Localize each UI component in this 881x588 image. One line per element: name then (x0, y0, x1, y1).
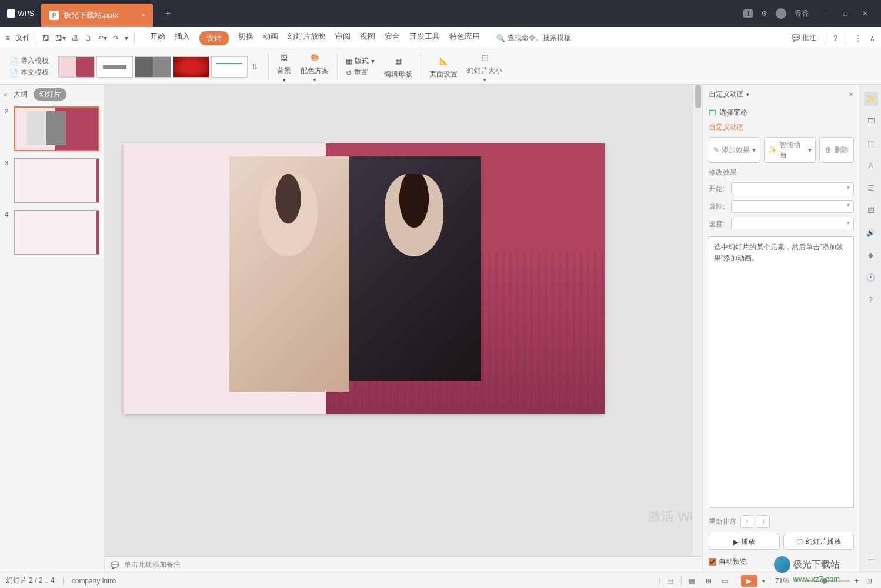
edit-master-button[interactable]: ▦ 编辑母版 (381, 54, 416, 79)
sorter-view-icon[interactable]: ⊞ (703, 575, 715, 587)
play-button[interactable]: ▶播放 (709, 534, 780, 550)
smart-animation-button[interactable]: ✨智能动画 ▾ (764, 137, 816, 163)
tab-transition[interactable]: 切换 (238, 31, 253, 45)
slides-tab[interactable]: 幻灯片 (34, 88, 66, 101)
tab-close-dot[interactable]: • (142, 11, 145, 20)
comments-button[interactable]: 💬 批注 (792, 33, 816, 43)
image-tool-icon[interactable]: 🖼 (864, 203, 878, 218)
print-preview-icon[interactable]: 🗋 (85, 34, 92, 42)
scrollbar-thumb[interactable] (695, 85, 701, 108)
font-tool-icon[interactable]: A (864, 159, 878, 173)
portrait-photo-1[interactable] (229, 156, 349, 392)
fit-view-icon[interactable]: ⊡ (863, 575, 875, 587)
template-thumb-3[interactable] (135, 56, 171, 78)
tool-icon-3[interactable]: ⬚ (864, 136, 878, 151)
slide-thumb-3[interactable]: 3 (5, 158, 99, 203)
reading-view-icon[interactable]: ▭ (719, 575, 731, 587)
slide-canvas[interactable]: 💬 单击此处添加备注 (105, 85, 702, 573)
maximize-button[interactable]: □ (837, 9, 855, 18)
minimize-button[interactable]: — (817, 9, 835, 18)
template-thumb-4[interactable] (173, 56, 209, 78)
app-logo[interactable]: WPS (0, 0, 41, 27)
zoom-in-icon[interactable]: + (855, 577, 859, 585)
color-scheme-button[interactable]: 🎨 配色方案▾ (297, 51, 332, 83)
settings-dots-icon[interactable]: ⋮ (855, 34, 862, 42)
auto-preview-input[interactable] (709, 558, 716, 566)
collapse-ribbon-icon[interactable]: ∧ (870, 34, 875, 42)
tab-devtools[interactable]: 开发工具 (409, 31, 440, 45)
tab-design[interactable]: 设计 (199, 31, 229, 45)
history-tool-icon[interactable]: 🕐 (864, 270, 878, 285)
layout-button[interactable]: ▦版式 ▾ (346, 56, 375, 66)
slide-content[interactable] (124, 143, 605, 414)
animation-tool-icon[interactable]: ✨ (864, 92, 878, 106)
print-icon[interactable]: 🖶 (72, 34, 79, 42)
tab-special[interactable]: 特色应用 (449, 31, 480, 45)
background-button[interactable]: 🖼 背景▾ (273, 51, 295, 83)
slideshow-button[interactable]: ▶ (741, 575, 757, 587)
tool-icon-2[interactable]: 🗔 (864, 114, 878, 128)
save-icon[interactable]: 🖫 (42, 34, 49, 42)
portrait-photo-2[interactable] (349, 156, 481, 381)
document-tab[interactable]: P 极光下载站.pptx • (41, 4, 153, 27)
slide-thumb-2[interactable]: 2 (5, 106, 99, 151)
panel-dropdown-icon[interactable]: ▾ (746, 92, 749, 98)
thumb-number: 4 (5, 210, 14, 255)
slide-size-button[interactable]: ⬚ 幻灯片大小▾ (463, 51, 506, 83)
speed-combo[interactable] (731, 218, 854, 230)
template-thumb-2[interactable] (96, 56, 133, 78)
redo-icon[interactable]: ↷ (113, 34, 119, 42)
tab-view[interactable]: 视图 (360, 31, 375, 45)
hamburger-icon[interactable]: ≡ (6, 34, 10, 42)
property-combo[interactable] (731, 200, 854, 213)
tool-icon-5[interactable]: ☰ (864, 181, 878, 195)
import-template-button[interactable]: 📄导入模板 (9, 56, 49, 66)
zoom-value[interactable]: 71% (775, 577, 789, 585)
tool-icon-8[interactable]: ◆ (864, 248, 878, 262)
more-icon[interactable]: ▾ (125, 34, 128, 42)
command-search[interactable]: 🔍 查找命令、搜索模板 (496, 33, 571, 43)
start-combo[interactable] (731, 182, 854, 195)
help-tool-icon[interactable]: ? (864, 293, 878, 307)
tab-slideshow[interactable]: 幻灯片放映 (288, 31, 326, 45)
vertical-scrollbar[interactable] (693, 85, 702, 573)
notes-bar[interactable]: 💬 单击此处添加备注 (105, 556, 702, 573)
notes-view-icon[interactable]: ▤ (665, 575, 676, 587)
slideshow-play-button[interactable]: 🖵幻灯片播放 (783, 534, 855, 550)
effect-list[interactable]: 选中幻灯片的某个元素，然后单击"添加效果"添加动画。 (709, 236, 854, 508)
move-up-button[interactable]: ↑ (740, 515, 753, 528)
help-icon[interactable]: ? (833, 34, 837, 42)
tab-review[interactable]: 审阅 (335, 31, 351, 45)
app-name: WPS (18, 9, 34, 18)
delete-button[interactable]: 🗑删除 (819, 137, 854, 163)
close-panel-icon[interactable]: ✕ (848, 91, 854, 99)
file-menu[interactable]: 文件 (16, 33, 30, 43)
this-template-button[interactable]: 📄本文模板 (9, 68, 49, 78)
normal-view-icon[interactable]: ▦ (686, 575, 698, 587)
select-pane-link[interactable]: 🗔 选择窗格 (709, 108, 854, 118)
template-thumb-1[interactable] (58, 56, 95, 78)
new-tab-button[interactable]: + (165, 8, 171, 20)
sound-tool-icon[interactable]: 🔊 (864, 226, 878, 240)
tab-security[interactable]: 安全 (385, 31, 400, 45)
slideshow-dropdown-icon[interactable]: ▾ (762, 578, 765, 584)
page-setup-button[interactable]: 📐 页面设置 (426, 54, 461, 79)
close-button[interactable]: ✕ (856, 9, 874, 18)
tab-start[interactable]: 开始 (150, 31, 165, 45)
add-effect-button[interactable]: ✎添加效果 ▾ (709, 137, 760, 163)
outline-tab[interactable]: 大纲 (14, 89, 28, 99)
save-as-icon[interactable]: 🖫▾ (55, 34, 66, 42)
tab-insert[interactable]: 插入 (175, 31, 190, 45)
undo-icon[interactable]: ↶▾ (98, 34, 107, 42)
slide-thumb-4[interactable]: 4 (5, 210, 99, 255)
reset-button[interactable]: ↺重置 (346, 68, 375, 78)
notification-badge[interactable]: 1 (743, 9, 753, 18)
tab-animation[interactable]: 动画 (263, 31, 278, 45)
template-more-icon[interactable]: ⇅ (249, 63, 260, 71)
move-down-button[interactable]: ↓ (757, 515, 770, 528)
template-thumb-5[interactable] (211, 56, 248, 78)
more-tools-icon[interactable]: ⋯ (864, 553, 878, 567)
collapse-left-icon[interactable]: « (4, 91, 8, 99)
gift-icon[interactable]: ⚙ (761, 9, 767, 18)
user-avatar[interactable] (776, 8, 786, 19)
